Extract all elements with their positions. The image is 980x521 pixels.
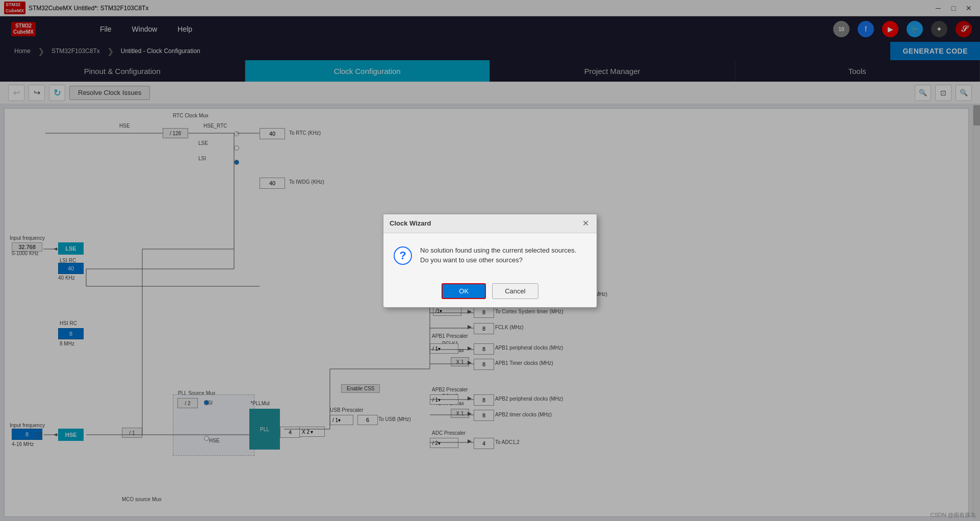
dialog-ok-button[interactable]: OK <box>442 283 486 299</box>
clock-wizard-dialog: Clock Wizard ✕ ? No solution found using… <box>383 214 597 308</box>
modal-overlay: Clock Wizard ✕ ? No solution found using… <box>0 0 980 521</box>
dialog-message: No solution found using the current sele… <box>420 245 576 265</box>
dialog-title-bar: Clock Wizard ✕ <box>383 214 597 233</box>
svg-text:?: ? <box>399 249 406 262</box>
dialog-title: Clock Wizard <box>390 219 431 227</box>
dialog-cancel-button[interactable]: Cancel <box>492 283 538 299</box>
dialog-question-icon: ? <box>394 246 412 269</box>
dialog-close-button[interactable]: ✕ <box>580 218 590 229</box>
dialog-buttons: OK Cancel <box>383 277 597 307</box>
dialog-body: ? No solution found using the current se… <box>383 233 597 277</box>
